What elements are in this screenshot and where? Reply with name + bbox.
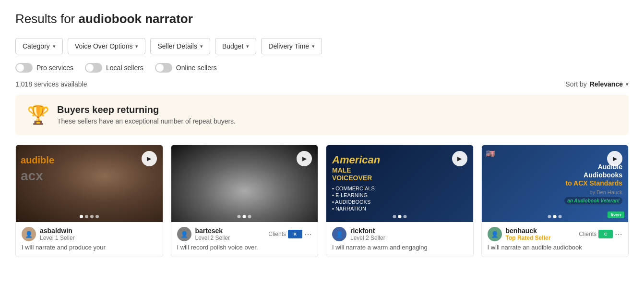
promo-title: Buyers keep returning [57, 104, 236, 115]
seller-name: rlckfont [350, 227, 385, 235]
filters-row: Category ▾ Voice Over Options ▾ Seller D… [15, 38, 629, 54]
seller-name: asbaldwin [40, 227, 75, 235]
play-button[interactable]: ▶ [452, 151, 467, 166]
sort-label: Sort by [565, 80, 586, 88]
pro-services-toggle[interactable] [15, 63, 33, 73]
chevron-down-icon: ▾ [312, 43, 315, 50]
toggle-pro-services: Pro services [15, 63, 73, 73]
toggle-online-sellers: Online sellers [155, 63, 217, 73]
sort-value: Relevance [590, 80, 623, 88]
dot [403, 215, 406, 218]
card-description: I will narrate an audible audiobook [488, 243, 623, 252]
dot [393, 215, 396, 218]
results-bar: 1,018 services available Sort by Relevan… [15, 80, 629, 88]
avatar: 👤 [22, 227, 36, 241]
card-thumbnail[interactable]: ▶ [171, 145, 318, 222]
chevron-down-icon: ▾ [135, 43, 138, 50]
chevron-down-icon: ▾ [246, 43, 249, 50]
avatar: 👤 [177, 227, 191, 241]
card-benhauck: 🇺🇸 AudibleAudiobooksto ACX Standards by … [481, 145, 629, 257]
dot [398, 215, 401, 218]
card-thumbnail[interactable]: audible acx ▶ [16, 145, 163, 222]
card-description: I will narrate a warm and engaging [332, 243, 467, 252]
page-title: Results for audiobook narrator [15, 12, 629, 26]
chevron-down-icon: ▾ [53, 43, 56, 50]
dot [80, 215, 83, 218]
online-sellers-label: Online sellers [176, 64, 217, 72]
dot [95, 215, 99, 218]
toggles-row: Pro services Local sellers Online seller… [15, 63, 629, 73]
card-rlckfont: American MALE VOICEOVER COMMERCIALS E-LE… [326, 145, 474, 257]
promo-description: These sellers have an exceptional number… [57, 117, 236, 125]
filter-voice-over-options[interactable]: Voice Over Options ▾ [68, 38, 146, 54]
card-asbaldwin: audible acx ▶ 👤 asbaldwin Level 1 Seller [15, 145, 163, 257]
play-button[interactable]: ▶ [607, 151, 622, 166]
avatar: 👤 [332, 227, 346, 241]
card-bartesek: ▶ 👤 bartesek Level 2 Seller Clients [171, 145, 319, 257]
card-description: I will narrate and produce your [22, 243, 157, 252]
us-flag-icon: 🇺🇸 [486, 149, 495, 158]
avatar: 👤 [488, 227, 502, 241]
promo-banner: 🏆 Buyers keep returning These sellers ha… [15, 95, 629, 135]
dot [248, 215, 251, 218]
clients-logo: C [598, 230, 613, 238]
pro-services-label: Pro services [36, 64, 73, 72]
filter-category[interactable]: Category ▾ [15, 38, 63, 54]
dot [548, 215, 551, 218]
toggle-local-sellers: Local sellers [85, 63, 143, 73]
top-rated-badge: Top Rated Seller [506, 235, 551, 241]
card-thumbnail[interactable]: American MALE VOICEOVER COMMERCIALS E-LE… [326, 145, 473, 222]
online-sellers-toggle[interactable] [155, 63, 172, 73]
filter-seller-details[interactable]: Seller Details ▾ [150, 38, 210, 54]
local-sellers-label: Local sellers [106, 64, 143, 72]
play-button[interactable]: ▶ [297, 151, 312, 166]
clients-logo: K [288, 230, 302, 238]
chevron-down-icon: ▾ [200, 43, 203, 50]
seller-level: Level 1 Seller [40, 235, 75, 241]
page-container: Results for audiobook narrator Category … [0, 0, 644, 269]
chevron-down-icon: ▾ [626, 81, 629, 87]
local-sellers-toggle[interactable] [85, 63, 102, 73]
dot [553, 215, 557, 218]
results-count: 1,018 services available [15, 80, 87, 88]
card-thumbnail[interactable]: 🇺🇸 AudibleAudiobooksto ACX Standards by … [482, 145, 629, 222]
dot [238, 215, 241, 218]
more-options-button[interactable]: ⋯ [304, 230, 312, 239]
play-button[interactable]: ▶ [142, 151, 157, 166]
fiverr-badge: fiverr [608, 211, 624, 218]
clients-label: Clients [579, 231, 596, 237]
filter-budget[interactable]: Budget ▾ [215, 38, 256, 54]
seller-level: Level 2 Seller [195, 235, 230, 241]
filter-delivery-time[interactable]: Delivery Time ▾ [261, 38, 322, 54]
card-description: I will record polish voice over. [177, 243, 312, 252]
dot [243, 215, 246, 218]
seller-name: benhauck [506, 227, 551, 235]
seller-name: bartesek [195, 227, 230, 235]
clients-label: Clients [268, 231, 286, 237]
dot [85, 215, 88, 218]
cards-row: audible acx ▶ 👤 asbaldwin Level 1 Seller [15, 145, 629, 257]
seller-level: Level 2 Seller [350, 235, 385, 241]
more-options-button[interactable]: ⋯ [615, 230, 622, 239]
sort-by-selector[interactable]: Sort by Relevance ▾ [565, 80, 629, 88]
dot [90, 215, 94, 218]
dot [559, 215, 562, 218]
trophy-icon: 🏆 [27, 104, 49, 125]
